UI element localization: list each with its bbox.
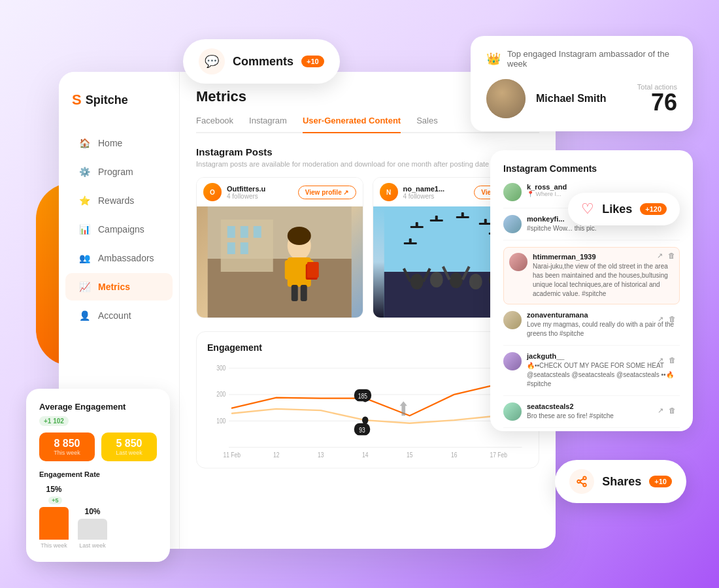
post-user-1: O Outfitters.u 4 followers [203,183,265,201]
ambassador-stats: Total actions 76 [637,83,677,114]
svg-point-19 [288,227,311,245]
comment-delete-icon[interactable]: 🗑 [667,250,677,261]
svg-text:11 Feb: 11 Feb [224,451,241,459]
instagram-posts-title: Instagram Posts [196,146,539,157]
comment-content: htimmerman_1939 Narai-juku,the view of t… [533,253,674,299]
comment-actions: ↗ 🗑 [656,355,677,366]
last-week-bar-label: Last week [79,542,106,549]
svg-text:93: 93 [359,426,365,434]
comments-icon: 💬 [199,48,225,74]
sidebar-item-home[interactable]: 🏠 Home [65,129,173,157]
post-header-1: O Outfitters.u 4 followers View profile … [197,178,363,206]
ambassador-avatar-image [486,79,526,118]
sidebar-item-rewards-label: Rewards [98,195,134,206]
ambassadors-icon: 👥 [78,252,90,264]
comment-item-highlighted: htimmerman_1939 Narai-juku,the view of t… [503,247,680,304]
ambassador-avatar [486,79,526,118]
sidebar-item-metrics-label: Metrics [98,282,130,292]
svg-point-38 [449,272,462,288]
comment-actions: ↗ 🗑 [656,405,677,416]
comment-text: #spitche Wow... this pic. [527,224,680,233]
ambassador-title: Top engaged Instagram ambassador of the … [507,49,677,69]
svg-text:12: 12 [273,451,279,459]
campaigns-icon: 📊 [78,223,90,235]
tab-facebook[interactable]: Facebook [196,116,233,133]
svg-text:300: 300 [216,364,226,372]
comment-text: Narai-juku,the view of the old street in… [533,262,674,299]
program-icon: ⚙️ [78,166,90,178]
this-week-bar [39,507,69,540]
post-avatar-2: N [380,183,398,201]
tab-ugc[interactable]: User-Generated Content [303,116,401,133]
svg-text:13: 13 [318,451,324,459]
comment-item: jackguth__ 🔥••CHECK OUT MY PAGE FOR SOME… [503,352,680,396]
svg-text:200: 200 [216,391,226,399]
comment-delete-icon[interactable]: 🗑 [667,355,677,366]
comment-username: htimmerman_1939 [533,253,674,261]
comment-avatar [503,402,522,421]
last-week-value: 5 850 [108,438,150,449]
shares-icon [569,469,594,494]
rewards-icon: ⭐ [78,195,90,206]
svg-rect-15 [285,260,290,280]
sidebar-item-account[interactable]: 👤 Account [65,302,173,329]
comment-avatar [503,215,522,233]
comments-badge-count: +10 [301,56,324,67]
comment-avatar [503,183,522,201]
instagram-comments-title: Instagram Comments [503,163,680,174]
post-card-1: O Outfitters.u 4 followers View profile … [196,177,363,318]
svg-rect-25 [415,222,418,228]
post-image-1 [197,206,363,318]
svg-text:100: 100 [216,417,226,425]
posts-row: O Outfitters.u 4 followers View profile … [196,177,539,318]
comment-actions: ↗ 🗑 [656,250,677,261]
post-followers-2: 4 followers [403,193,445,200]
comment-link-icon[interactable]: ↗ [656,314,665,325]
avg-metrics: 8 850 This week 5 850 Last week [39,433,157,461]
comment-link-icon[interactable]: ↗ [656,250,664,261]
svg-rect-17 [292,285,298,301]
rate-bars: 15% +5 This week 10% Last week [39,485,157,549]
sidebar-item-campaigns[interactable]: 📊 Campaigns [65,216,173,243]
heart-icon: ♡ [581,201,594,218]
engagement-chart-title: Engagement [207,342,528,353]
svg-rect-21 [307,262,319,278]
comment-avatar [503,311,522,329]
sidebar-item-metrics[interactable]: 📈 Metrics [65,273,173,301]
svg-point-36 [410,274,423,289]
post-username-1: Outfitters.u [227,185,265,193]
logo-text: Spitche [86,93,128,107]
tab-instagram[interactable]: Instagram [249,116,287,133]
total-actions-value: 76 [637,91,677,114]
post-username-2: no_name1... [403,185,445,193]
crown-icon: 👑 [486,52,501,66]
engagement-section: Engagement 300 200 100 11 Feb 12 13 1 [196,331,539,468]
post-followers-1: 4 followers [227,193,265,200]
sidebar-item-rewards[interactable]: ⭐ Rewards [65,187,173,214]
last-week-bar [78,519,107,540]
sidebar-item-home-label: Home [98,138,122,148]
view-profile-btn-1[interactable]: View profile ↗ [298,186,356,199]
likes-badge: ♡ Likes +120 [568,193,680,225]
comment-link-icon[interactable]: ↗ [656,405,665,416]
svg-text:16: 16 [451,451,457,459]
comment-delete-icon[interactable]: 🗑 [667,405,677,416]
sidebar-item-ambassadors[interactable]: 👥 Ambassadors [65,244,173,272]
svg-text:14: 14 [362,451,368,459]
comment-link-icon[interactable]: ↗ [656,355,665,366]
svg-rect-8 [227,226,235,238]
avg-engagement-card: Average Engagement +1 102 8 850 This wee… [26,389,170,562]
sidebar-logo: S Spitche [59,91,179,128]
this-week-label: This week [46,449,88,456]
shares-badge: Shares +10 [555,460,686,503]
comments-badge: 💬 Comments +10 [183,39,340,84]
likes-badge-count: +120 [640,203,667,215]
svg-rect-31 [484,219,486,225]
svg-rect-10 [254,226,261,238]
last-week-label: Last week [108,449,150,456]
sidebar-item-program[interactable]: ⚙️ Program [65,158,173,186]
comment-delete-icon[interactable]: 🗑 [667,314,677,325]
tab-sales[interactable]: Sales [416,116,438,133]
sidebar-item-account-label: Account [98,310,131,321]
this-week-rate: 15% [46,485,61,494]
